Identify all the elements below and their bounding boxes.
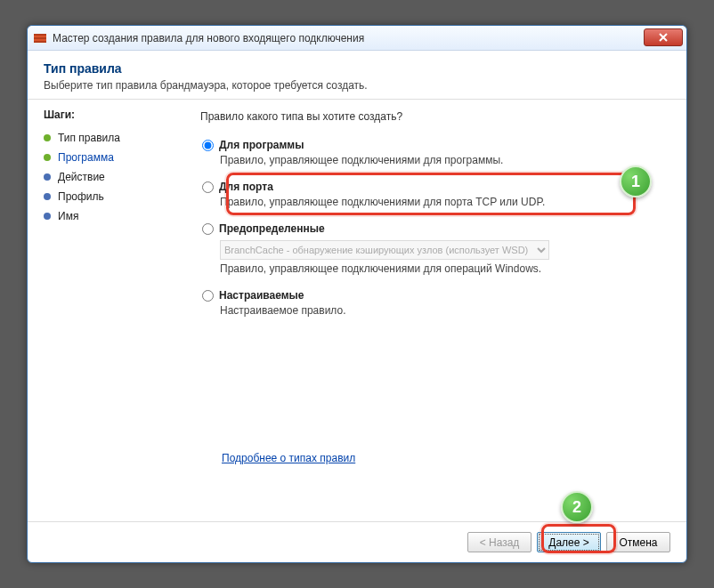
step-bullet-icon <box>44 154 51 161</box>
titlebar[interactable]: Мастер создания правила для нового входя… <box>28 26 686 51</box>
radio-port[interactable] <box>202 181 214 193</box>
steps-heading: Шаги: <box>44 109 184 121</box>
option-title: Настраиваемые <box>219 289 304 302</box>
svg-rect-2 <box>34 37 46 39</box>
step-label: Имя <box>58 210 78 222</box>
close-icon <box>659 33 668 42</box>
header: Тип правила Выберите тип правила брандма… <box>28 51 686 100</box>
step-bullet-icon <box>44 193 51 200</box>
option-port: Для порта Правило, управляющее подключен… <box>200 181 670 208</box>
option-port-row[interactable]: Для порта <box>202 181 670 193</box>
next-button[interactable]: Далее > <box>537 532 601 552</box>
svg-rect-3 <box>34 41 46 43</box>
step-bullet-icon <box>44 173 51 181</box>
steps-sidebar: Шаги: Тип правила Программа Действие Про… <box>44 109 195 521</box>
wizard-window: Мастер создания правила для нового входя… <box>27 25 687 563</box>
option-program-row[interactable]: Для программы <box>202 139 670 151</box>
cancel-button[interactable]: Отмена <box>606 532 670 552</box>
option-program: Для программы Правило, управляющее подкл… <box>200 139 670 166</box>
body: Шаги: Тип правила Программа Действие Про… <box>28 100 686 521</box>
option-desc: Правило, управляющее подключениями для п… <box>220 196 670 208</box>
step-action[interactable]: Действие <box>44 167 184 187</box>
step-bullet-icon <box>44 134 51 141</box>
button-row: < Назад Далее > Отмена <box>28 521 686 562</box>
option-desc: Правило, управляющее подключениями для о… <box>220 262 670 275</box>
back-button[interactable]: < Назад <box>467 532 531 552</box>
step-bullet-icon <box>44 213 51 220</box>
question-text: Правило какого типа вы хотите создать? <box>200 110 670 123</box>
page-subtitle: Выберите тип правила брандмауэра, которо… <box>44 79 670 92</box>
learn-more-link[interactable]: Подробнее о типах правил <box>222 452 355 464</box>
svg-rect-1 <box>34 34 46 36</box>
step-label: Действие <box>58 171 105 183</box>
step-program[interactable]: Программа <box>44 148 184 167</box>
step-name[interactable]: Имя <box>44 206 184 226</box>
option-title: Для порта <box>219 181 273 193</box>
option-predefined: Предопределенные BranchCache - обнаружен… <box>200 222 670 275</box>
option-title: Предопределенные <box>219 222 325 235</box>
page-title: Тип правила <box>44 61 670 76</box>
option-desc: Правило, управляющее подключениями для п… <box>220 154 670 166</box>
option-desc: Настраиваемое правило. <box>220 304 670 317</box>
option-predefined-row[interactable]: Предопределенные <box>202 222 670 235</box>
option-title: Для программы <box>219 139 304 151</box>
step-label: Программа <box>58 151 114 164</box>
option-custom: Настраиваемые Настраиваемое правило. <box>200 289 670 317</box>
radio-predefined[interactable] <box>202 223 214 235</box>
step-profile[interactable]: Профиль <box>44 187 184 206</box>
firewall-icon <box>33 31 47 45</box>
step-label: Профиль <box>58 190 104 203</box>
close-button[interactable] <box>644 28 683 46</box>
radio-custom[interactable] <box>202 290 214 302</box>
predefined-select[interactable]: BranchCache - обнаружение кэширующих узл… <box>220 240 549 260</box>
radio-program[interactable] <box>202 140 214 151</box>
step-rule-type[interactable]: Тип правила <box>44 128 184 148</box>
window-title: Мастер создания правила для нового входя… <box>53 32 364 44</box>
step-label: Тип правила <box>58 132 120 144</box>
option-custom-row[interactable]: Настраиваемые <box>202 289 670 302</box>
